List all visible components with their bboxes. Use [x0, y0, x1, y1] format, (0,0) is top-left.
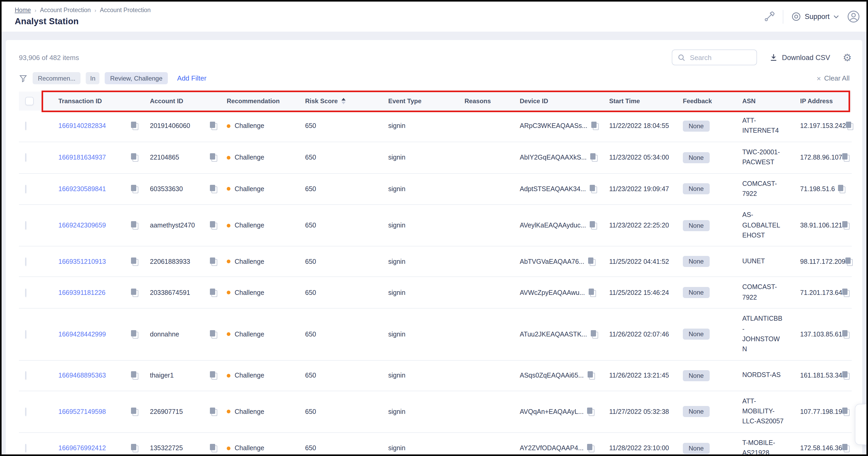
challenge-status-dot	[227, 155, 230, 159]
row-checkbox[interactable]	[25, 444, 26, 452]
search-input[interactable]	[690, 53, 748, 61]
row-checkbox[interactable]	[25, 371, 26, 380]
copy-icon[interactable]	[591, 122, 598, 130]
copy-icon[interactable]	[587, 371, 595, 380]
copy-icon[interactable]	[845, 257, 853, 266]
copy-icon[interactable]	[590, 185, 597, 193]
transaction-id-link[interactable]: 1669391181226	[58, 289, 105, 296]
column-header-feedback[interactable]: Feedback	[683, 97, 742, 105]
add-filter-link[interactable]: Add Filter	[177, 74, 207, 82]
transaction-id-link[interactable]: 1669181634937	[58, 154, 106, 161]
copy-icon[interactable]	[842, 221, 849, 230]
copy-icon[interactable]	[131, 289, 138, 297]
clear-all-button[interactable]: × Clear All	[817, 74, 849, 82]
transaction-id-link[interactable]: 1669527149598	[58, 408, 106, 415]
copy-icon[interactable]	[838, 185, 845, 193]
copy-icon[interactable]	[590, 221, 597, 230]
copy-icon[interactable]	[210, 122, 217, 130]
table-row: 1669181634937 22104865 Challenge 650 sig…	[19, 142, 852, 173]
copy-icon[interactable]	[842, 371, 849, 380]
transaction-id-link[interactable]: 1669230589841	[58, 186, 106, 193]
row-checkbox[interactable]	[25, 185, 26, 193]
row-checkbox[interactable]	[25, 330, 26, 339]
column-header-recommendation[interactable]: Recommendation	[227, 97, 305, 105]
user-avatar-icon[interactable]	[847, 10, 860, 23]
column-header-account-id[interactable]: Account ID	[150, 97, 227, 105]
copy-icon[interactable]	[842, 444, 849, 452]
copy-icon[interactable]	[587, 407, 595, 416]
row-checkbox[interactable]	[25, 407, 26, 416]
copy-icon[interactable]	[131, 444, 138, 452]
copy-icon[interactable]	[210, 289, 217, 297]
divider	[782, 10, 783, 23]
column-header-start-time[interactable]: Start Time	[609, 97, 683, 105]
row-checkbox[interactable]	[25, 122, 26, 130]
risk-score-value: 650	[305, 186, 388, 193]
device-id-value: ASqs0ZqEAQAAi65...	[520, 372, 584, 379]
copy-icon[interactable]	[842, 289, 849, 297]
copy-icon[interactable]	[131, 122, 138, 130]
column-header-reasons[interactable]: Reasons	[465, 97, 520, 105]
column-header-ip-address[interactable]: IP Address	[800, 97, 852, 105]
table-row: 1669230589841 603533630 Challenge 650 si…	[19, 173, 852, 205]
gear-icon[interactable]: ⚙	[843, 52, 852, 62]
copy-icon[interactable]	[131, 185, 138, 193]
copy-icon[interactable]	[131, 257, 138, 266]
row-checkbox[interactable]	[25, 257, 26, 266]
edit-pencil-icon[interactable]	[764, 11, 775, 22]
row-checkbox[interactable]	[25, 221, 26, 230]
column-header-transaction-id[interactable]: Transaction ID	[58, 97, 150, 105]
copy-icon[interactable]	[210, 153, 217, 162]
breadcrumb-home[interactable]: Home	[15, 7, 31, 13]
copy-icon[interactable]	[842, 330, 849, 339]
row-checkbox[interactable]	[25, 153, 26, 162]
transaction-id-link[interactable]: 1669242309659	[58, 222, 106, 229]
copy-icon[interactable]	[590, 153, 598, 162]
download-csv-button[interactable]: Download CSV	[770, 53, 830, 62]
filter-field-chip[interactable]: Recommen...	[33, 72, 81, 84]
copy-icon[interactable]	[210, 257, 217, 266]
copy-icon[interactable]	[131, 407, 138, 416]
copy-icon[interactable]	[587, 444, 595, 452]
copy-icon[interactable]	[131, 153, 138, 162]
sort-ascending-icon[interactable]	[341, 98, 346, 105]
scrollbar-thumb[interactable]	[855, 404, 868, 445]
copy-icon[interactable]	[210, 444, 217, 452]
close-icon: ×	[817, 74, 821, 82]
breadcrumb-account-protection[interactable]: Account Protection	[40, 7, 91, 13]
row-checkbox[interactable]	[25, 289, 26, 297]
copy-icon[interactable]	[589, 289, 596, 297]
recommendation-value: Challenge	[235, 258, 265, 265]
search-box[interactable]	[672, 50, 757, 65]
copy-icon[interactable]	[846, 122, 853, 130]
copy-icon[interactable]	[131, 221, 138, 230]
risk-score-value: 650	[305, 289, 388, 296]
copy-icon[interactable]	[210, 185, 217, 193]
feedback-badge: None	[683, 183, 709, 195]
copy-icon[interactable]	[210, 330, 217, 339]
filter-operator-chip[interactable]: In	[86, 72, 100, 84]
feedback-badge: None	[683, 256, 709, 267]
copy-icon[interactable]	[131, 371, 138, 380]
transaction-id-link[interactable]: 1669140282834	[58, 122, 106, 130]
transaction-id-link[interactable]: 1669428442999	[58, 331, 106, 338]
transaction-id-link[interactable]: 1669351210913	[58, 258, 106, 265]
column-header-risk-score[interactable]: Risk Score	[305, 97, 388, 105]
copy-icon[interactable]	[210, 221, 217, 230]
copy-icon[interactable]	[210, 407, 217, 416]
filter-funnel-icon	[19, 74, 27, 82]
column-header-asn[interactable]: ASN	[742, 97, 800, 105]
column-header-device-id[interactable]: Device ID	[520, 97, 609, 105]
copy-icon[interactable]	[588, 257, 595, 266]
transaction-id-link[interactable]: 1669468895363	[58, 372, 106, 379]
support-menu[interactable]: Support	[791, 11, 839, 22]
copy-icon[interactable]	[842, 407, 849, 416]
column-header-event-type[interactable]: Event Type	[388, 97, 465, 105]
filter-value-chip[interactable]: Review, Challenge	[105, 72, 168, 84]
select-all-checkbox[interactable]	[25, 97, 34, 105]
copy-icon[interactable]	[842, 153, 849, 162]
copy-icon[interactable]	[131, 330, 138, 339]
copy-icon[interactable]	[591, 330, 598, 339]
transaction-id-link[interactable]: 1669676992412	[58, 445, 106, 452]
copy-icon[interactable]	[210, 371, 217, 380]
